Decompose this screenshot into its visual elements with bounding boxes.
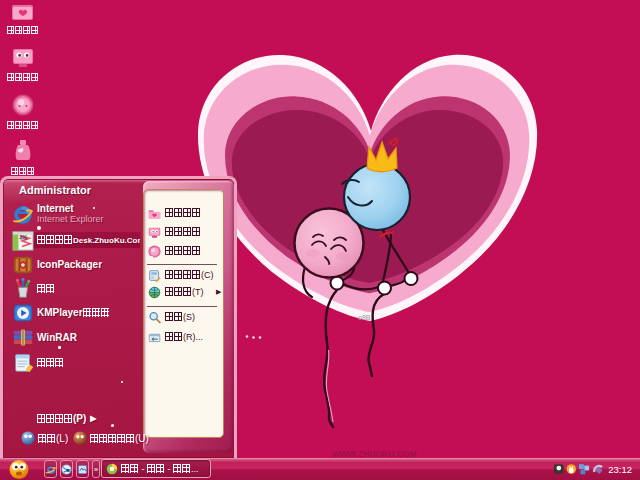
svg-text:ZK: ZK (19, 234, 26, 240)
svg-text:o8B: o8B (358, 314, 371, 321)
